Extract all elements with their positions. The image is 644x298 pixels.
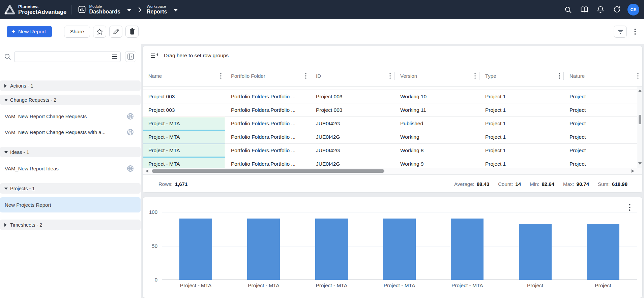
delete-button[interactable]	[125, 26, 139, 38]
vertical-scrollbar[interactable]	[637, 87, 642, 168]
refresh-button[interactable]	[610, 3, 623, 16]
favorite-button[interactable]	[93, 26, 106, 38]
table-cell[interactable]: Project 1	[479, 144, 564, 157]
table-cell[interactable]: Project 1	[479, 90, 564, 103]
workspace-selector[interactable]: Workspace Reports	[147, 4, 180, 15]
vertical-scroll-thumb[interactable]	[639, 115, 641, 124]
column-header-id[interactable]: ID	[310, 65, 394, 86]
chart-menu-kebab-icon[interactable]	[627, 202, 632, 212]
table-cell[interactable]: JUE0I42G	[310, 117, 394, 130]
table-cell[interactable]: Portfolio Folders.Portfolio ...	[225, 144, 310, 157]
table-cell[interactable]: Published	[394, 117, 479, 130]
horizontal-scrollbar[interactable]	[143, 168, 642, 174]
bar[interactable]	[519, 224, 552, 280]
notifications-button[interactable]	[594, 3, 607, 16]
share-button[interactable]: Share	[64, 26, 90, 38]
search-menu-icon[interactable]	[112, 54, 118, 59]
tree-section-2[interactable]: Ideas - 1	[0, 147, 141, 157]
table-cell[interactable]: Project 003	[310, 103, 394, 117]
table-cell[interactable]: Project - MTA	[143, 144, 225, 157]
column-menu-kebab-icon[interactable]	[636, 72, 640, 80]
table-row[interactable]: Project 003Portfolio Folders.Portfolio .…	[143, 90, 642, 103]
tree-item[interactable]: New Projects Report	[0, 197, 141, 212]
table-cell[interactable]: Portfolio Folders.Portfolio ...	[225, 130, 310, 143]
bar[interactable]	[315, 219, 348, 280]
table-cell[interactable]: Portfolio Folders.Portfolio ...	[225, 103, 310, 117]
table-cell[interactable]: Working 8	[394, 144, 479, 157]
tree-item[interactable]: VAM_New Report Change Requests with a...	[0, 125, 141, 140]
tree-section-0[interactable]: Actions - 1	[0, 80, 141, 91]
tree-section-3[interactable]: Projects - 1	[0, 183, 141, 194]
column-menu-kebab-icon[interactable]	[388, 72, 392, 80]
table-cell[interactable]: Project - MTA	[143, 117, 225, 130]
table-cell[interactable]: Working	[394, 130, 479, 143]
scroll-left-arrow-icon[interactable]	[146, 169, 148, 173]
table-row[interactable]: Project - MTAPortfolio Folders.Portfolio…	[143, 157, 642, 168]
column-menu-kebab-icon[interactable]	[219, 72, 223, 80]
bar[interactable]	[383, 219, 416, 280]
scroll-down-arrow-icon[interactable]	[638, 162, 642, 165]
column-header-version[interactable]: Version	[394, 65, 479, 86]
bar[interactable]	[247, 219, 280, 280]
bar[interactable]	[587, 224, 619, 280]
table-cell[interactable]: Portfolio Folders.Portfolio ...	[225, 117, 310, 130]
edit-button[interactable]	[109, 26, 122, 38]
column-header-type[interactable]: Type	[479, 65, 564, 86]
tree-section-1[interactable]: Change Requests - 2	[0, 95, 141, 105]
column-menu-kebab-icon[interactable]	[557, 72, 561, 80]
row-group-dropzone[interactable]: Drag here to set row groups	[143, 46, 642, 65]
new-report-button[interactable]: + New Report	[7, 26, 52, 37]
user-avatar[interactable]: CE	[627, 4, 639, 15]
column-header-name[interactable]: Name	[143, 65, 225, 86]
filter-button[interactable]	[614, 26, 627, 38]
table-cell[interactable]: Project - MTA	[143, 157, 225, 168]
table-cell[interactable]: Project	[564, 103, 642, 117]
table-cell[interactable]: Project	[564, 130, 642, 143]
horizontal-scroll-thumb[interactable]	[152, 169, 384, 173]
table-cell[interactable]: Project 1	[479, 117, 564, 130]
bar[interactable]	[179, 219, 212, 280]
column-header-nature[interactable]: Nature	[564, 65, 642, 86]
table-cell[interactable]: Working 9	[394, 157, 479, 168]
table-row[interactable]: Project - MTAPortfolio Folders.Portfolio…	[143, 144, 642, 157]
table-cell[interactable]: Project 1	[479, 130, 564, 143]
table-cell[interactable]: JUE0I42G	[310, 144, 394, 157]
search-button[interactable]	[561, 3, 575, 16]
table-cell[interactable]: Project 1	[479, 103, 564, 117]
table-cell[interactable]: Project 003	[143, 90, 225, 103]
scroll-right-arrow-icon[interactable]	[632, 169, 634, 173]
table-cell[interactable]: Project 003	[143, 103, 225, 117]
report-search-input[interactable]	[14, 52, 121, 62]
tree-section-4[interactable]: Timesheets - 2	[0, 220, 141, 230]
table-cell[interactable]: Project - MTA	[143, 130, 225, 143]
bar[interactable]	[451, 219, 484, 280]
tree-item[interactable]: VAM_New Report Change Requests	[0, 109, 141, 124]
collapse-sidebar-button[interactable]	[125, 51, 136, 62]
module-caret-down-icon[interactable]	[127, 9, 131, 11]
table-cell[interactable]: Project 003	[310, 90, 394, 103]
table-cell[interactable]: Working 10	[394, 90, 479, 103]
table-row[interactable]: Project - MTAPortfolio Folders.Portfolio…	[143, 117, 642, 130]
table-cell[interactable]: Project	[564, 117, 642, 130]
table-cell[interactable]: Working 11	[394, 103, 479, 117]
tree-item[interactable]: VAM_New Report Ideas	[0, 161, 141, 176]
table-cell[interactable]: JUE0I42G	[310, 157, 394, 168]
table-cell[interactable]: Project 1	[479, 157, 564, 168]
column-header-portfolio-folder[interactable]: Portfolio Folder	[225, 65, 310, 86]
table-row[interactable]: Project 003Portfolio Folders.Portfolio .…	[143, 103, 642, 117]
table-cell[interactable]: Project	[564, 157, 642, 168]
table-cell[interactable]: Portfolio Folders.Portfolio ...	[225, 157, 310, 168]
table-cell[interactable]: Project	[564, 144, 642, 157]
help-docs-button[interactable]	[578, 3, 591, 16]
table-cell[interactable]: Project	[564, 90, 642, 103]
column-menu-kebab-icon[interactable]	[304, 72, 308, 80]
aggregate-count: Count:14	[498, 181, 521, 187]
scroll-up-arrow-icon[interactable]	[638, 89, 642, 92]
module-selector[interactable]: Module Dashboards	[78, 4, 133, 15]
column-menu-kebab-icon[interactable]	[473, 72, 477, 80]
toolbar-more-options-kebab-icon[interactable]	[633, 27, 637, 36]
table-row[interactable]: Project - MTAPortfolio Folders.Portfolio…	[143, 130, 642, 144]
table-cell[interactable]: Portfolio Folders.Portfolio ...	[225, 90, 310, 103]
table-cell[interactable]: JUE0I42G	[310, 130, 394, 143]
workspace-caret-down-icon[interactable]	[174, 9, 178, 11]
